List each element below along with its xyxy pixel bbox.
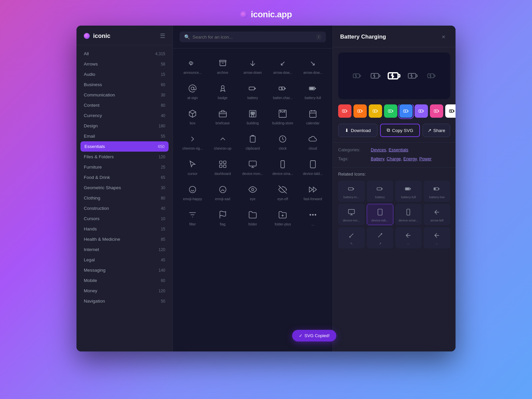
icon-cell[interactable]: ↘arrow-dow...	[299, 54, 327, 78]
icon-cell[interactable]: cursor	[178, 155, 207, 179]
related-icon-item[interactable]: ←	[424, 227, 450, 248]
category-link-essentials[interactable]: Essentials	[389, 147, 408, 152]
sidebar-item-navigation[interactable]: Navigation50	[76, 296, 173, 306]
icon-cell[interactable]: clipboard	[238, 130, 267, 154]
icon-cell[interactable]: ↙arrow-dow...	[268, 54, 297, 78]
sidebar-item-geometric-shapes[interactable]: Geometric Shapes30	[76, 183, 173, 193]
icon-cell[interactable]: eye	[238, 180, 267, 204]
icon-cell[interactable]: batter-char...	[268, 79, 297, 103]
category-link-devices[interactable]: Devices,	[371, 147, 387, 152]
tag-link-power[interactable]: Power	[419, 156, 432, 161]
sidebar-item-food---drink[interactable]: Food & Drink65	[76, 172, 173, 183]
icon-cell[interactable]: device-sma...	[268, 155, 297, 179]
sidebar-item-construction[interactable]: Construction40	[76, 203, 173, 213]
related-icon-item[interactable]: battery	[367, 181, 393, 202]
icon-cell[interactable]: announce...	[178, 54, 207, 78]
icon-cell[interactable]: ...	[299, 205, 327, 229]
icon-cell[interactable]: archive	[208, 54, 237, 78]
sidebar-item-files---folders[interactable]: Files & Folders120	[76, 152, 173, 162]
icon-cell[interactable]: fast-forward	[299, 180, 327, 204]
sidebar-item-hands[interactable]: Hands15	[76, 224, 173, 234]
sidebar-item-clothing[interactable]: Clothing80	[76, 193, 173, 203]
icon-cell[interactable]: chevron-up	[208, 130, 237, 154]
sidebar-item-messaging[interactable]: Messaging140	[76, 265, 173, 275]
sidebar-item-content[interactable]: Content80	[76, 100, 173, 110]
search-shortcut: /	[316, 34, 321, 40]
tag-link-charge[interactable]: Charge,	[387, 156, 402, 161]
icon-cell[interactable]: badge	[208, 79, 237, 103]
color-swatch-pink[interactable]	[430, 104, 443, 118]
icon-cell[interactable]: eye-off	[268, 180, 297, 204]
color-swatch-yellow[interactable]	[369, 104, 382, 118]
icon-cell[interactable]: building	[238, 104, 267, 128]
icon-cell[interactable]: clock	[268, 130, 297, 154]
icon-cell[interactable]: calendar	[299, 104, 327, 128]
sidebar-item-design[interactable]: Design180	[76, 121, 173, 131]
icon-symbol	[187, 58, 198, 68]
icon-cell[interactable]: battery	[238, 79, 267, 103]
tags-label: Tags:	[338, 156, 368, 161]
icon-cell[interactable]: at-sign	[178, 79, 207, 103]
icon-cell[interactable]: battery-full	[299, 79, 327, 103]
color-swatch-blue[interactable]	[399, 104, 413, 118]
close-button[interactable]: ×	[439, 32, 448, 42]
related-icon-item[interactable]: arrow-left	[424, 204, 450, 225]
icon-cell[interactable]: building-store	[268, 104, 297, 128]
sidebar-item-health---medicine[interactable]: Health & Medicine85	[76, 234, 173, 244]
icon-cell[interactable]: emoji-happy	[178, 180, 207, 204]
icon-cell[interactable]: flag	[208, 205, 237, 229]
icon-cell[interactable]: emoji-sad	[208, 180, 237, 204]
sidebar-item-legal[interactable]: Legal45	[76, 255, 173, 265]
tag-link-battery[interactable]: Battery,	[371, 156, 385, 161]
related-icon-item[interactable]: ↖	[338, 227, 365, 248]
sidebar-item-essentials[interactable]: Essentials650	[80, 141, 169, 152]
share-button[interactable]: ↗ Share	[423, 124, 450, 137]
sidebar-item-internet[interactable]: Internet120	[76, 244, 173, 255]
download-button[interactable]: ⬇ Download	[338, 124, 377, 137]
related-icon-item[interactable]: device-smar...	[395, 204, 422, 225]
icon-label: chevron-rig...	[183, 146, 203, 150]
sidebar-item-cursors[interactable]: Cursors10	[76, 213, 173, 224]
color-swatch-white[interactable]	[445, 104, 456, 118]
tag-link-energy[interactable]: Energy,	[403, 156, 418, 161]
related-icon-item[interactable]: ←	[395, 227, 422, 248]
sidebar-item-currency[interactable]: Currency40	[76, 110, 173, 121]
nav-item-label: Essentials	[84, 144, 105, 149]
sidebar-item-mobile[interactable]: Mobile60	[76, 275, 173, 286]
related-icon-item[interactable]: battery-full	[395, 181, 422, 202]
color-swatch-red[interactable]	[338, 104, 351, 118]
sidebar-item-furniture[interactable]: Furniture25	[76, 162, 173, 172]
icon-cell[interactable]: device-tabl...	[299, 155, 327, 179]
related-icon-item[interactable]: battery-low	[424, 181, 450, 202]
sidebar-item-arrows[interactable]: Arrows58	[76, 59, 173, 69]
sidebar-item-communication[interactable]: Communication30	[76, 90, 173, 100]
sidebar-item-audio[interactable]: Audio15	[76, 69, 173, 79]
color-swatch-purple[interactable]	[415, 104, 428, 118]
icon-cell[interactable]: device-mon...	[238, 155, 267, 179]
menu-icon[interactable]: ☰	[160, 32, 165, 40]
nav-item-count: 40	[161, 113, 165, 118]
icon-cell[interactable]: briefcase	[208, 104, 237, 128]
search-input-wrapper[interactable]: 🔍 /	[180, 32, 326, 42]
sidebar-item-money[interactable]: Money120	[76, 286, 173, 296]
related-icon-item[interactable]: device-mo...	[338, 204, 365, 225]
icon-cell[interactable]: folder	[238, 205, 267, 229]
icon-cell[interactable]: cloud	[299, 130, 327, 154]
sidebar-item-email[interactable]: Email55	[76, 131, 173, 141]
icon-cell[interactable]: chevron-rig...	[178, 130, 207, 154]
search-bar: 🔍 /	[173, 26, 332, 49]
related-icon-item[interactable]: battery-m...	[338, 181, 365, 202]
sidebar-item-all[interactable]: All4,315	[76, 49, 173, 59]
icon-cell[interactable]: folder-plus	[268, 205, 297, 229]
sidebar-item-business[interactable]: Business60	[76, 79, 173, 90]
search-input[interactable]	[193, 35, 314, 40]
copy-svg-button[interactable]: ⧉ Copy SVG	[380, 124, 420, 137]
icon-cell[interactable]: filter	[178, 205, 207, 229]
color-swatch-green[interactable]	[384, 104, 397, 118]
icon-cell[interactable]: box	[178, 104, 207, 128]
related-icon-item[interactable]: ↗	[367, 227, 393, 248]
color-swatch-orange[interactable]	[353, 104, 367, 118]
icon-cell[interactable]: arrow-down	[238, 54, 267, 78]
related-icon-item[interactable]: device-tab...	[367, 204, 393, 225]
icon-cell[interactable]: dashboard	[208, 155, 237, 179]
